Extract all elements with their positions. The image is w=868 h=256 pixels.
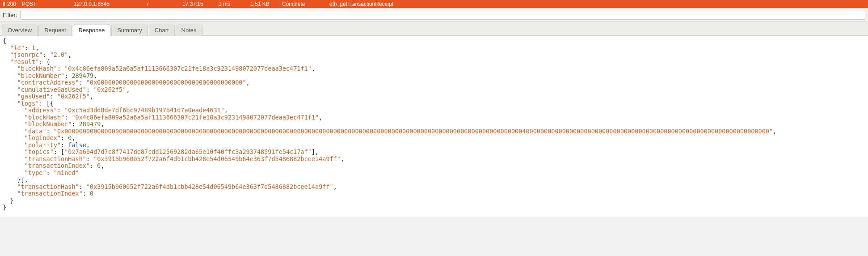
rpc-name-cell: eth_getTransactionReceipt bbox=[327, 0, 868, 8]
tab-summary[interactable]: Summary bbox=[111, 25, 148, 36]
tab-notes[interactable]: Notes bbox=[176, 25, 202, 36]
path-cell: / bbox=[144, 0, 179, 8]
filter-label: Filter: bbox=[3, 12, 17, 18]
tab-bar: OverviewRequestResponseSummaryChartNotes bbox=[0, 21, 868, 36]
method-cell: POST bbox=[19, 0, 71, 8]
size-cell: 1.51 KB bbox=[248, 0, 279, 8]
state-cell: Complete bbox=[279, 0, 326, 8]
status-cell: 200 bbox=[0, 0, 19, 8]
filter-input[interactable] bbox=[20, 10, 866, 20]
tab-response[interactable]: Response bbox=[73, 25, 111, 36]
response-body[interactable]: { "id": 1, "jsonrpc": "2.0", "result": {… bbox=[0, 36, 868, 217]
filter-bar: Filter: bbox=[0, 8, 868, 21]
tab-chart[interactable]: Chart bbox=[149, 25, 175, 36]
tab-request[interactable]: Request bbox=[38, 25, 72, 36]
host-cell: 127.0.0.1:8545 bbox=[71, 0, 144, 8]
time-cell: 17:37:15 bbox=[180, 0, 215, 8]
tab-overview[interactable]: Overview bbox=[2, 25, 38, 36]
request-row[interactable]: 200 POST 127.0.0.1:8545 / 17:37:15 1 ms … bbox=[0, 0, 868, 8]
duration-cell: 1 ms bbox=[216, 0, 247, 8]
status-code: 200 bbox=[7, 0, 16, 8]
document-icon bbox=[3, 1, 5, 7]
